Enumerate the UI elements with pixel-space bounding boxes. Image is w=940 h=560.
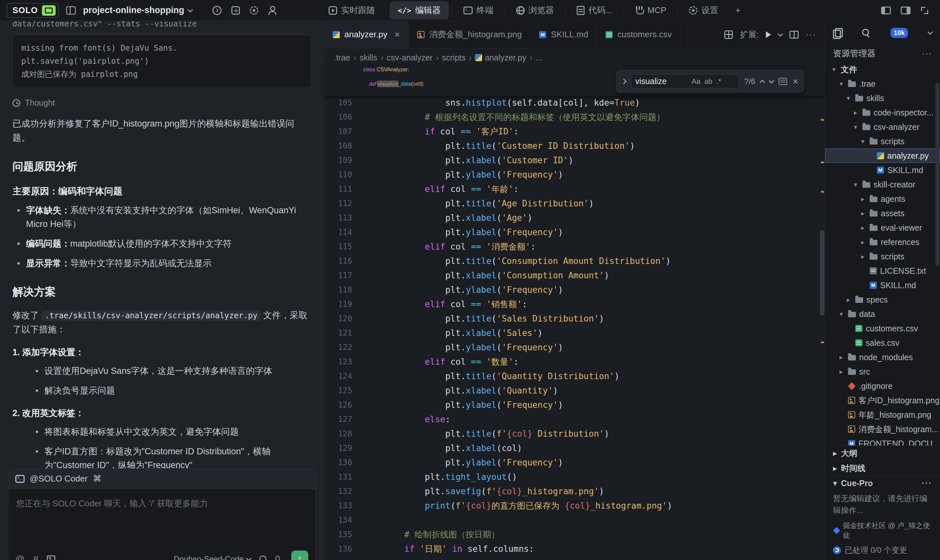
code-line[interactable]: 125 plt.xlabel('Quantity') [324,383,825,398]
layout-left-panel-icon[interactable] [881,6,891,14]
run-options-chevron-icon[interactable] [778,31,783,37]
tree-item[interactable]: ▾data [825,307,940,321]
cue-more-icon[interactable]: ··· [922,478,932,488]
code-line[interactable]: 120 plt.title('Sales Distribution') [324,311,825,326]
code-line[interactable]: 132 plt.savefig(f'{col}_histogram.png') [324,484,825,498]
code-line[interactable]: 116 plt.title('Consumption Amount Distri… [324,254,825,268]
find-input[interactable] [635,77,688,86]
code-line[interactable]: 108 plt.title('Customer ID Distribution'… [324,139,825,153]
code-line[interactable]: 121 plt.xlabel('Sales') [324,326,825,340]
code-line[interactable]: 131 plt.tight_layout() [324,470,825,484]
settings-gear-icon[interactable] [250,6,258,15]
tree-item[interactable]: customers.csv [825,321,940,335]
code-line[interactable]: 123 elif col == '数量': [324,355,825,369]
code-line[interactable]: 127 else: [324,412,825,426]
tree-item[interactable]: SKILL.md [825,163,940,177]
code-line[interactable]: 136 if '日期' in self.columns: [324,542,825,556]
tree-item[interactable]: ▸references [825,235,940,249]
editor-scrollbar[interactable] [820,21,825,560]
tree-item[interactable]: ▸assets [825,206,940,220]
code-line[interactable]: 109 plt.xlabel('Customer ID') [324,153,825,168]
code-line[interactable]: 113 plt.xlabel('Age') [324,211,825,225]
tree-item[interactable]: ▸eval-viewer [825,220,940,235]
code-line[interactable]: 118 plt.ylabel('Frequency') [324,283,825,297]
code-line[interactable]: 130 plt.ylabel('Frequency') [324,455,825,470]
new-task-icon[interactable] [213,6,222,15]
tree-item[interactable]: ▾csv-analyzer [825,120,940,134]
tree-item[interactable]: 年龄_histogram.png [825,408,940,422]
collapse-window-icon[interactable] [920,6,929,15]
code-line[interactable]: 111 elif col == '年龄': [324,182,825,196]
code-editor[interactable]: 105 sns.histplot(self.data[col], kde=Tru… [324,95,825,560]
tree-item[interactable]: 客户ID_histogram.png [825,393,940,408]
section-timeline[interactable]: ▸ 时间线 [825,460,940,475]
find-in-selection-icon[interactable] [779,78,787,85]
code-line[interactable]: 117 plt.xlabel('Consumption Amount') [324,268,825,283]
editor-tab[interactable]: analyzer.py× [324,21,409,48]
next-match-icon[interactable] [769,78,774,83]
tree-item[interactable]: SKILL.md [825,278,940,292]
tree-item[interactable]: ▸specs [825,292,940,307]
tree-item[interactable]: ▾scripts [825,134,940,149]
run-file-icon[interactable] [766,31,771,38]
previous-match-icon[interactable] [760,80,765,85]
top-tab-gear[interactable]: 设置 [681,1,726,19]
code-line[interactable]: 122 plt.ylabel('Frequency') [324,340,825,355]
send-button[interactable]: ↑ [291,551,308,560]
close-find-icon[interactable]: × [792,76,798,87]
tree-item[interactable]: ▸scripts [825,249,940,264]
copy-files-icon[interactable] [833,28,841,37]
top-tab-mcp[interactable]: MCP [627,2,674,18]
solo-mode-badge[interactable]: SOLO [6,3,59,18]
tree-item[interactable]: LICENSE.txt [825,264,940,278]
code-line[interactable]: 126 plt.ylabel('Frequency') [324,398,825,412]
tree-item[interactable]: 消费金额_histogram... [825,422,940,436]
layout-right-panel-icon[interactable] [901,6,911,14]
code-line[interactable]: 134 [324,513,825,527]
match-case-icon[interactable]: Aa [692,77,700,86]
thought-row[interactable]: Thought [12,98,311,108]
tree-item[interactable]: ▸node_modules [825,350,940,365]
section-cue-pro[interactable]: ▾ Cue-Pro ··· [825,475,940,491]
code-line[interactable]: 114 plt.ylabel('Frequency') [324,225,825,240]
tree-section-files[interactable]: ▾文件 [825,62,940,77]
tree-item[interactable]: ▸agents [825,192,940,206]
breadcrumb-item[interactable]: csv-analyzer [387,53,433,63]
code-line[interactable]: 107 if col == '客户ID': [324,124,825,139]
more-actions-icon[interactable]: ··· [806,29,816,40]
code-line[interactable]: 128 plt.title(f'{col} Distribution') [324,426,825,441]
editor-tab[interactable]: customers.csv [597,21,680,48]
cue-promo-row[interactable]: 掘金技术社区 @ 卢_猫之使徒 [825,520,940,542]
toggle-sidebar-icon[interactable] [66,6,76,15]
tree-item[interactable]: ▸src [825,365,940,379]
add-tab-button[interactable]: + [727,2,748,18]
breadcrumb-item[interactable]: ... [536,53,542,63]
top-tab-browser[interactable]: 浏览器 [508,1,562,19]
editor-tab[interactable]: 消费金额_histogram.png [409,21,530,48]
code-line[interactable]: 110 plt.ylabel('Frequency') [324,168,825,182]
project-selector[interactable]: project-online-shopping [83,5,192,15]
code-line[interactable]: 106 # 根据列名设置不同的标题和标签（使用英文以避免字体问题） [324,110,825,124]
tree-item[interactable]: ▾skills [825,91,940,105]
code-line[interactable]: 124 plt.title('Quantity Distribution') [324,369,825,383]
code-line[interactable]: 129 plt.xlabel(col) [324,441,825,455]
code-line[interactable]: 105 sns.histplot(self.data[col], kde=Tru… [324,95,825,110]
tree-item[interactable]: ▾skill-creator [825,177,940,192]
toggle-replace-icon[interactable] [621,78,627,84]
tree-item[interactable]: ▾.trae [825,77,940,91]
context-icon[interactable]: # [33,554,38,560]
mention-icon[interactable]: @ [15,554,25,560]
split-editor-icon[interactable] [789,31,798,38]
code-line[interactable]: 135 # 绘制折线图（按日期） [324,527,825,542]
tree-item[interactable]: .gitignore [825,379,940,393]
attach-image-icon[interactable] [47,555,55,560]
sidebar-scrollbar-thumb[interactable] [935,83,939,266]
breadcrumb-item[interactable]: skills [360,53,378,63]
chat-input[interactable]: 您正在与 SOLO Coder 聊天，输入 '/' 获取更多能力 [8,489,316,518]
breadcrumb-item[interactable]: .trae [334,53,350,63]
code-line[interactable]: 133 print(f'{col}的直方图已保存为 {col}_histogra… [324,498,825,513]
tree-item[interactable]: sales.csv [825,335,940,350]
top-tab-editor[interactable]: 编辑器 [390,1,449,19]
explorer-more-icon[interactable]: ··· [922,48,932,58]
close-tab-icon[interactable]: × [395,29,400,40]
